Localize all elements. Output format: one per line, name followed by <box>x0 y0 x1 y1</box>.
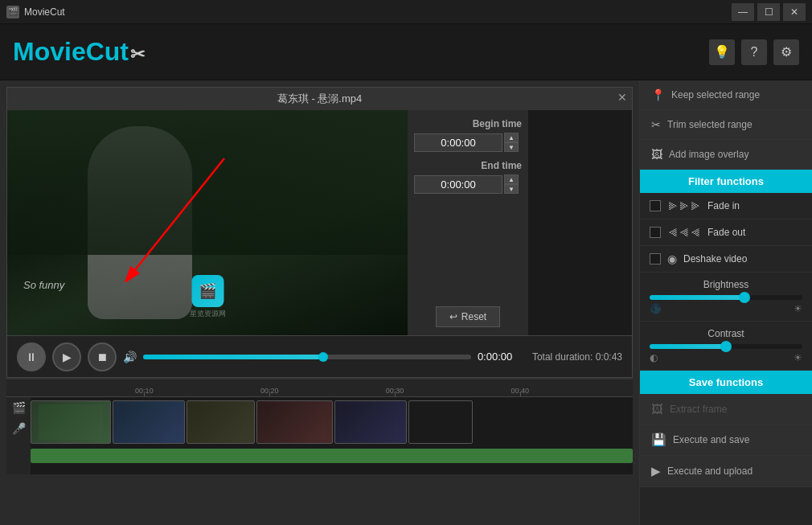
keep-selected-range-label: Keep selected range <box>671 89 760 100</box>
trim-selected-range-label: Trim selected range <box>667 119 753 130</box>
timeline-left-panel: 🎬 🎤 <box>6 397 31 474</box>
video-close-button[interactable]: ✕ <box>617 91 627 104</box>
end-time-up[interactable]: ▲ <box>504 174 519 184</box>
clip-6[interactable] <box>408 400 473 444</box>
settings-button[interactable]: ⚙ <box>773 39 799 65</box>
execute-save-icon: 💾 <box>651 433 666 447</box>
timeline-ruler: 00:10 00:20 00:30 00:40 <box>6 379 633 397</box>
contrast-slider[interactable] <box>650 344 802 349</box>
execute-save-label: Execute and save <box>673 434 749 445</box>
play-button[interactable]: ▶ <box>52 342 81 371</box>
reset-icon: ↩ <box>449 311 457 322</box>
end-time-group: End time ▲ ▼ <box>414 160 522 194</box>
app-icon: 🎬 <box>6 6 19 18</box>
trim-icon: ✂ <box>651 118 661 131</box>
brightness-label: Brightness <box>650 279 802 290</box>
ruler-tick-40 <box>520 392 521 396</box>
execute-upload-label: Execute and upload <box>667 466 753 477</box>
audio-track <box>31 449 633 463</box>
deshake-label: Deshake video <box>683 253 747 265</box>
title-bar-text: MovieCut <box>24 6 732 18</box>
contrast-icons: ◐ ☀ <box>650 352 802 363</box>
brightness-slider[interactable] <box>650 295 802 300</box>
playback-bar: ⏸ ▶ ⏹ 🔊 0:00:00 Total duration: 0:0:43 <box>7 335 632 377</box>
begin-time-down[interactable]: ▼ <box>504 142 519 152</box>
ruler-tick-20 <box>269 392 270 396</box>
total-duration: Total duration: 0:0:43 <box>532 351 622 363</box>
reset-label: Reset <box>461 311 486 322</box>
deshake-row: ◉ Deshake video <box>640 246 812 273</box>
timeline-tracks <box>31 397 633 474</box>
extract-frame-button[interactable]: 🖼 Extract frame <box>640 394 812 425</box>
window-controls: — ☐ ✕ <box>732 3 806 21</box>
execute-upload-icon: ▶ <box>651 464 661 478</box>
filter-functions-header: Filter functions <box>640 170 812 193</box>
logo: MovieCut✂ <box>13 37 145 67</box>
current-time: 0:00:00 <box>478 351 526 363</box>
extract-frame-label: Extract frame <box>670 404 727 415</box>
close-button[interactable]: ✕ <box>783 3 806 21</box>
app-header: MovieCut✂ 💡 ? ⚙ <box>0 24 812 80</box>
volume-icon: 🔊 <box>123 351 137 363</box>
video-track-icon[interactable]: 🎬 <box>12 401 26 414</box>
time-controls: Begin time ▲ ▼ End time <box>408 110 528 335</box>
title-bar: 🎬 MovieCut — ☐ ✕ <box>0 0 812 24</box>
right-panel: 📍 Keep selected range ✂ Trim selected ra… <box>639 80 812 525</box>
light-button[interactable]: 💡 <box>709 39 735 65</box>
watermark: 🎬 星览资源网 <box>190 275 226 319</box>
contrast-max-icon: ☀ <box>794 352 802 363</box>
contrast-fill <box>650 344 726 349</box>
begin-time-label: Begin time <box>414 118 522 129</box>
clip-4[interactable] <box>256 400 333 444</box>
video-track <box>31 397 633 447</box>
execute-save-button[interactable]: 💾 Execute and save <box>640 425 812 456</box>
add-image-overlay-button[interactable]: 🖼 Add image overlay <box>640 140 812 170</box>
end-time-spinner: ▲ ▼ <box>504 174 519 194</box>
fade-in-row: ⫸⫸⫸ Fade in <box>640 193 812 219</box>
brightness-max-icon: ☀ <box>794 303 802 314</box>
contrast-min-icon: ◐ <box>650 352 658 363</box>
end-time-input-row: ▲ ▼ <box>414 174 522 194</box>
video-panel: 葛东琪 - 悬溺.mp4 ✕ So funny <box>6 87 633 378</box>
deshake-checkbox[interactable] <box>650 253 661 265</box>
video-subtitle: So funny <box>23 279 64 291</box>
fade-out-checkbox[interactable] <box>650 227 661 238</box>
contrast-thumb[interactable] <box>720 341 732 352</box>
end-time-label: End time <box>414 160 522 171</box>
progress-bar[interactable] <box>143 355 471 359</box>
reset-button[interactable]: ↩ Reset <box>436 306 500 327</box>
begin-time-input-row: ▲ ▼ <box>414 133 522 152</box>
help-button[interactable]: ? <box>741 39 767 65</box>
fade-in-checkbox[interactable] <box>650 200 661 211</box>
ruler-tick-10 <box>144 392 145 396</box>
end-time-down[interactable]: ▼ <box>504 184 519 194</box>
video-area: 葛东琪 - 悬溺.mp4 ✕ So funny <box>0 80 639 525</box>
pause-button[interactable]: ⏸ <box>17 342 46 371</box>
begin-time-up[interactable]: ▲ <box>504 133 519 142</box>
brightness-thumb[interactable] <box>739 292 750 303</box>
progress-handle[interactable] <box>318 352 328 362</box>
pause-icon: ⏸ <box>26 351 37 363</box>
reset-btn-row: ↩ Reset <box>414 306 522 327</box>
begin-time-input[interactable] <box>414 133 502 152</box>
keep-selected-range-button[interactable]: 📍 Keep selected range <box>640 80 812 110</box>
clip-5[interactable] <box>334 400 407 444</box>
clip-3[interactable] <box>187 400 255 444</box>
fade-in-label: Fade in <box>707 200 740 211</box>
brightness-fill <box>650 295 744 300</box>
stop-button[interactable]: ⏹ <box>88 342 117 371</box>
trim-selected-range-button[interactable]: ✂ Trim selected range <box>640 110 812 140</box>
save-functions-header: Save functions <box>640 371 812 394</box>
video-canvas: So funny 🎬 星览资源网 <box>7 110 408 335</box>
clip-2[interactable] <box>113 400 185 444</box>
keep-icon: 📍 <box>651 88 665 101</box>
end-time-input[interactable] <box>414 175 502 194</box>
begin-time-group: Begin time ▲ ▼ <box>414 118 522 152</box>
header-actions: 💡 ? ⚙ <box>709 39 799 65</box>
maximize-button[interactable]: ☐ <box>757 3 780 21</box>
clip-1[interactable] <box>31 400 111 444</box>
execute-upload-button[interactable]: ▶ Execute and upload <box>640 456 812 487</box>
audio-track-icon[interactable]: 🎤 <box>12 422 26 435</box>
video-main-row: So funny 🎬 星览资源网 <box>7 110 632 335</box>
minimize-button[interactable]: — <box>732 3 754 21</box>
